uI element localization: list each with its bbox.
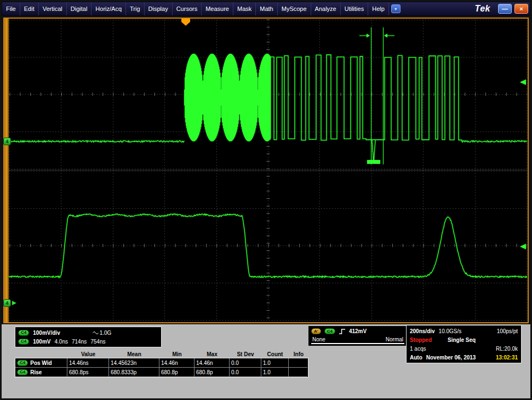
trigger-readout-row1: A' C4 412mV [311, 327, 404, 336]
measurement-header-row: Value Mean Min Max St Dev Count Info [15, 350, 308, 358]
gate-end-value: 754ns [90, 339, 105, 345]
meas-info-cell [289, 358, 307, 368]
menubar-spacer [403, 2, 468, 15]
meas-channel-badge: C4 [17, 360, 28, 366]
meas-stdev-cell: 0.0 [230, 358, 261, 368]
measurement-table: Value Mean Min Max St Dev Count Info C4 … [15, 350, 308, 378]
menu-utilities[interactable]: Utilities [341, 2, 368, 15]
menu-horiz-acq[interactable]: Horiz/Acq [91, 2, 126, 15]
menu-myscope[interactable]: MyScope [278, 2, 311, 15]
vertical-readout-box[interactable]: C4 100mV/div 1.0G C4 100mV 4.0ns 714ns 7… [15, 327, 162, 347]
horizontal-readout-box[interactable]: 200ns/div 10.0GS/s 100ps/pt Stopped Sing… [406, 325, 522, 363]
close-icon: × [519, 6, 523, 12]
meas-channel-badge: C4 [17, 369, 28, 375]
header-info: Info [289, 350, 308, 358]
header-count: Count [261, 350, 289, 358]
menu-vertical[interactable]: Vertical [39, 2, 67, 15]
channel-4-marker-lower[interactable]: 4 [3, 299, 11, 307]
menu-file[interactable]: File [2, 2, 20, 15]
header-max: Max [195, 350, 230, 358]
menu-display[interactable]: Display [145, 2, 173, 15]
measurement-body: C4 Pos Wid 14.46ns 14.45623n 14.46n 14.4… [15, 358, 308, 378]
trigger-mode: Normal [386, 336, 403, 342]
header-mean: Mean [109, 350, 159, 358]
meas-count-cell: 1.0 [261, 368, 289, 377]
minimize-icon: — [502, 6, 508, 12]
header-blank [15, 350, 67, 358]
meas-min-cell: 680.8p [159, 368, 195, 377]
meas-name: Rise [30, 369, 42, 375]
vertical-readout-row2: C4 100mV 4.0ns 714ns 754ns [18, 337, 158, 346]
waveform-display[interactable] [9, 19, 527, 322]
meas-mean-cell: 14.45623n [109, 358, 159, 368]
menu-cursors[interactable]: Cursors [173, 2, 202, 15]
trig-mode: Auto [410, 355, 422, 361]
header-stdev: St Dev [230, 350, 261, 358]
menu-math[interactable]: Math [256, 2, 277, 15]
horizontal-row3: 1 acqs RL:20.0k [410, 344, 518, 353]
meas-max-cell: 14.46n [195, 358, 230, 368]
oscilloscope-window: File Edit Vertical Digital Horiz/Acq Tri… [0, 0, 532, 400]
chevron-down-icon: ▼ [394, 7, 398, 11]
horizontal-row4: Auto November 06, 2013 13:02:31 [410, 353, 518, 362]
menu-mask[interactable]: Mask [233, 2, 256, 15]
left-channel-strip [4, 19, 9, 322]
menu-edit[interactable]: Edit [20, 2, 39, 15]
rising-edge-icon [339, 328, 346, 335]
horizontal-row2: Stopped Single Seq [410, 335, 518, 344]
meas-max-cell: 680.8p [195, 368, 230, 377]
menu-dropdown-button[interactable]: ▼ [391, 4, 401, 13]
meas-info-cell [289, 368, 307, 377]
trigger-level: 412mV [349, 328, 367, 334]
trigger-holdoff: None [312, 336, 325, 342]
vertical-offset: 100mV [33, 339, 50, 345]
header-value: Value [67, 350, 109, 358]
bandwidth-value: 1.0G [100, 330, 112, 336]
channel-4-marker-upper[interactable]: 4 [3, 138, 11, 145]
sine-wave-icon [93, 330, 99, 335]
time-display: 13:02:31 [496, 355, 518, 361]
close-button[interactable]: × [514, 4, 528, 14]
record-length: RL:20.0k [496, 346, 518, 352]
resolution: 100ps/pt [497, 328, 518, 334]
channel-badge[interactable]: C4 [18, 330, 29, 336]
header-min: Min [159, 350, 195, 358]
table-row: C4 Rise 680.8ps 680.8333p 680.8p 680.8p … [15, 368, 308, 377]
meas-name-cell: C4 Rise [15, 368, 67, 377]
acq-mode: Single Seq [448, 337, 476, 343]
trigger-readout-row2: None Normal [311, 336, 404, 344]
meas-value-cell: 680.8ps [67, 368, 109, 377]
menu-help[interactable]: Help [368, 2, 389, 15]
meas-stdev-cell: 0.0 [230, 368, 261, 377]
horizontal-row1: 200ns/div 10.0GS/s 100ps/pt [410, 327, 518, 335]
meas-name: Pos Wid [30, 360, 52, 366]
trigger-a-badge[interactable]: A' [311, 328, 321, 334]
menu-digital[interactable]: Digital [67, 2, 92, 15]
scope-display-area: 4 4 [3, 18, 529, 323]
acq-status: Stopped [410, 337, 432, 343]
channel-badge-2[interactable]: C4 [18, 339, 29, 345]
meas-value-cell: 14.46ns [67, 358, 109, 368]
vertical-scale[interactable]: 100mV/div [33, 330, 60, 336]
horizontal-scale: 200ns/div [410, 328, 435, 334]
readout-panel: C4 100mV/div 1.0G C4 100mV 4.0ns 714ns 7… [2, 324, 530, 398]
sample-rate: 10.0GS/s [439, 328, 462, 334]
trigger-source-badge[interactable]: C4 [324, 328, 335, 334]
minimize-button[interactable]: — [498, 4, 512, 14]
vertical-readout-row1: C4 100mV/div 1.0G [18, 328, 158, 337]
gate-start-value: 714ns [72, 339, 87, 345]
menu-measure[interactable]: Measure [202, 2, 233, 15]
deskew-value: 4.0ns [54, 339, 67, 345]
menu-analyze[interactable]: Analyze [311, 2, 341, 15]
trigger-readout-box[interactable]: A' C4 412mV None Normal [308, 326, 407, 346]
table-row: C4 Pos Wid 14.46ns 14.45623n 14.46n 14.4… [15, 358, 308, 368]
tek-logo: Tek [468, 2, 497, 15]
meas-min-cell: 14.46n [159, 358, 195, 368]
meas-count-cell: 1.0 [261, 358, 289, 368]
meas-name-cell: C4 Pos Wid [15, 358, 67, 368]
bandwidth-indicator: 1.0G [93, 330, 112, 336]
menu-trig[interactable]: Trig [126, 2, 145, 15]
ground-reference-arrow-icon [12, 301, 16, 305]
menu-bar: File Edit Vertical Digital Horiz/Acq Tri… [2, 2, 530, 16]
meas-mean-cell: 680.8333p [109, 368, 159, 377]
